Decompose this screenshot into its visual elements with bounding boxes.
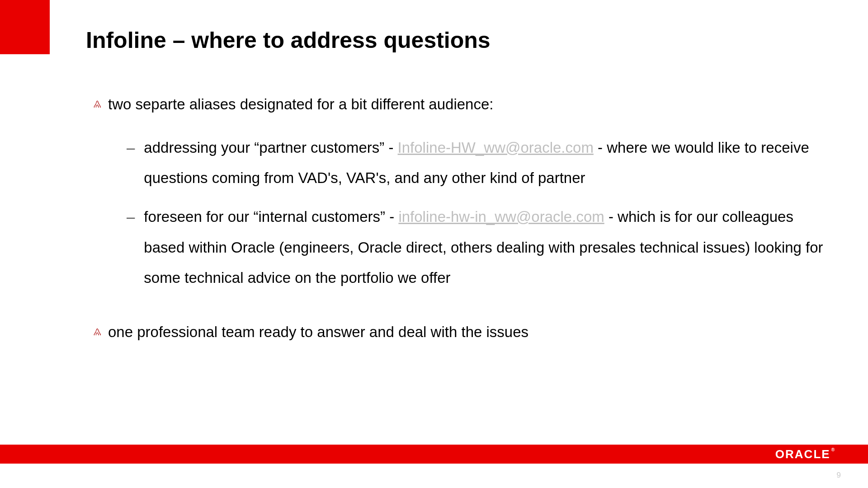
sub-bullet-text: foreseen for our “internal customers” - … [144,202,832,293]
oracle-logo: ORACLE® [775,447,835,461]
corner-accent [0,0,50,54]
email-link-partner[interactable]: Infoline-HW_ww@oracle.com [398,139,594,156]
text-segment: foreseen for our “internal customers” - [144,208,398,225]
dash-bullet-icon: – [127,132,135,163]
page-number: 9 [837,471,841,480]
logo-text: ORACLE [775,447,830,461]
footer-band: ORACLE® [0,445,868,464]
email-link-internal[interactable]: infoline-hw-in_ww@oracle.com [398,208,604,225]
bullet-item: ⩓ one professional team ready to answer … [93,320,832,344]
slide-title: Infoline – where to address questions [86,27,491,53]
bullet-text: two separte aliases designated for a bit… [108,93,493,117]
sub-bullet-text: addressing your “partner customers” - In… [144,132,832,193]
triangle-bullet-icon: ⩓ [93,324,103,340]
dash-bullet-icon: – [127,202,135,232]
sub-bullet-item: – addressing your “partner customers” - … [127,132,832,193]
sub-bullet-item: – foreseen for our “internal customers” … [127,202,832,293]
registered-mark-icon: ® [831,447,835,452]
bullet-item: ⩓ two separte aliases designated for a b… [93,93,832,117]
text-segment: addressing your “partner customers” - [144,139,397,156]
sub-bullet-list: – addressing your “partner customers” - … [127,132,832,293]
slide-body: ⩓ two separte aliases designated for a b… [93,93,832,344]
bullet-text: one professional team ready to answer an… [108,320,528,344]
triangle-bullet-icon: ⩓ [93,96,103,112]
